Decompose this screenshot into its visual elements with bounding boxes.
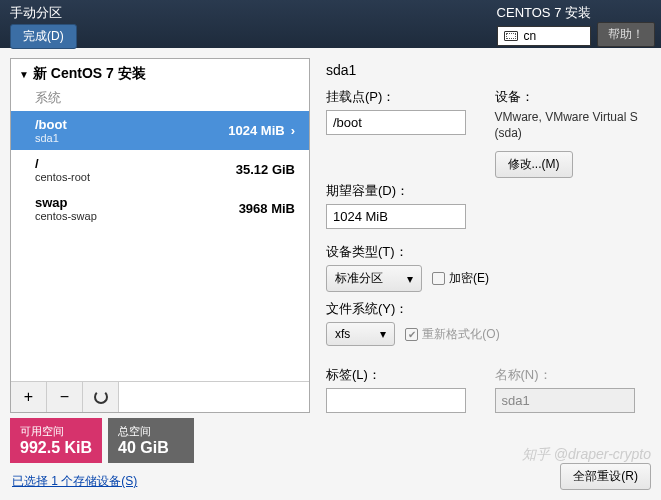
partition-toolbar: + − xyxy=(11,381,309,412)
reload-icon xyxy=(94,390,108,404)
chevron-right-icon: › xyxy=(291,123,295,138)
keyboard-icon xyxy=(504,31,518,41)
device-type-value: 标准分区 xyxy=(335,270,383,287)
device-label: 设备： xyxy=(495,88,644,106)
top-bar: 手动分区 完成(D) CENTOS 7 安装 cn 帮助！ xyxy=(0,0,661,48)
total-space-box: 总空间 40 GiB xyxy=(108,418,194,463)
reset-all-button[interactable]: 全部重设(R) xyxy=(560,463,651,490)
install-header-text: 新 CentOS 7 安装 xyxy=(33,65,146,83)
page-title: 手动分区 xyxy=(10,4,77,22)
install-list-header[interactable]: ▼ 新 CentOS 7 安装 xyxy=(11,59,309,89)
total-space-label: 总空间 xyxy=(118,424,184,439)
reformat-checkbox: ✔ 重新格式化(O) xyxy=(405,326,499,343)
capacity-label: 期望容量(D)： xyxy=(326,182,475,200)
partition-name: / xyxy=(35,156,90,171)
footer: 可用空间 992.5 KiB 总空间 40 GiB 已选择 1 个存储设备(S) xyxy=(10,418,194,490)
partition-size: 1024 MiB xyxy=(228,123,284,138)
device-type-select[interactable]: 标准分区 ▾ xyxy=(326,265,422,292)
install-title: CENTOS 7 安装 xyxy=(497,4,591,22)
available-space-box: 可用空间 992.5 KiB xyxy=(10,418,102,463)
tag-label: 标签(L)： xyxy=(326,366,475,384)
partition-device: centos-swap xyxy=(35,210,97,222)
done-button[interactable]: 完成(D) xyxy=(10,24,77,49)
chevron-down-icon: ▼ xyxy=(19,69,29,80)
tag-input[interactable] xyxy=(326,388,466,413)
detail-title: sda1 xyxy=(326,62,643,78)
add-partition-button[interactable]: + xyxy=(11,382,47,412)
modify-device-button[interactable]: 修改...(M) xyxy=(495,151,573,178)
reformat-label: 重新格式化(O) xyxy=(422,326,499,343)
help-button[interactable]: 帮助！ xyxy=(597,22,655,47)
encrypt-checkbox[interactable]: 加密(E) xyxy=(432,270,489,287)
device-type-label: 设备类型(T)： xyxy=(326,243,643,261)
partition-detail-panel: sda1 挂载点(P)： 设备： VMware, VMware Virtual … xyxy=(322,58,651,413)
remove-partition-button[interactable]: − xyxy=(47,382,83,412)
partition-row[interactable]: /centos-root35.12 GiB xyxy=(11,150,309,189)
checkbox-checked-icon: ✔ xyxy=(405,328,418,341)
partition-row[interactable]: /bootsda11024 MiB› xyxy=(11,111,309,150)
partition-device: sda1 xyxy=(35,132,67,144)
filesystem-label: 文件系统(Y)： xyxy=(326,300,643,318)
system-group-label: 系统 xyxy=(11,89,309,111)
storage-devices-link[interactable]: 已选择 1 个存储设备(S) xyxy=(12,474,137,488)
available-space-value: 992.5 KiB xyxy=(20,439,92,457)
chevron-down-icon: ▾ xyxy=(407,272,413,286)
partition-size: 3968 MiB xyxy=(239,201,295,216)
partition-name: /boot xyxy=(35,117,67,132)
reload-button[interactable] xyxy=(83,382,119,412)
available-space-label: 可用空间 xyxy=(20,424,92,439)
lang-code: cn xyxy=(524,29,537,43)
encrypt-label: 加密(E) xyxy=(449,270,489,287)
mount-point-input[interactable] xyxy=(326,110,466,135)
partition-name: swap xyxy=(35,195,97,210)
name-input xyxy=(495,388,635,413)
filesystem-value: xfs xyxy=(335,327,350,341)
total-space-value: 40 GiB xyxy=(118,439,184,457)
partition-list-panel: ▼ 新 CentOS 7 安装 系统 /bootsda11024 MiB›/ce… xyxy=(10,58,310,413)
filesystem-select[interactable]: xfs ▾ xyxy=(326,322,395,346)
mount-point-label: 挂载点(P)： xyxy=(326,88,475,106)
partition-device: centos-root xyxy=(35,171,90,183)
keyboard-layout-selector[interactable]: cn xyxy=(497,26,591,46)
watermark: 知乎 @draper-crypto xyxy=(522,446,651,464)
checkbox-icon xyxy=(432,272,445,285)
partition-size: 35.12 GiB xyxy=(236,162,295,177)
device-text: VMware, VMware Virtual S (sda) xyxy=(495,110,644,141)
chevron-down-icon: ▾ xyxy=(380,327,386,341)
partition-row[interactable]: swapcentos-swap3968 MiB xyxy=(11,189,309,228)
name-label: 名称(N)： xyxy=(495,366,644,384)
capacity-input[interactable] xyxy=(326,204,466,229)
